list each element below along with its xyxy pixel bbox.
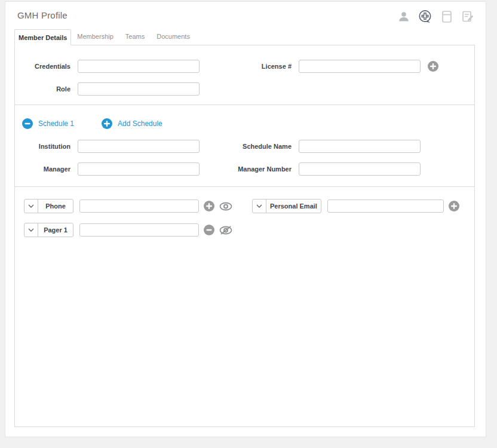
license-field-group: License # bbox=[200, 60, 438, 73]
add-email-button[interactable] bbox=[449, 201, 459, 211]
header-icon-bar bbox=[398, 9, 475, 24]
pager-input[interactable] bbox=[79, 223, 199, 237]
schedule-name-field-group: Schedule Name bbox=[200, 140, 421, 153]
institution-input[interactable] bbox=[78, 140, 200, 153]
license-input[interactable] bbox=[299, 60, 421, 73]
manager-field-group: Manager bbox=[15, 162, 200, 176]
chevron-down-icon[interactable] bbox=[24, 200, 38, 213]
plus-icon[interactable] bbox=[102, 118, 112, 129]
pager-type-dropdown[interactable]: Pager 1 bbox=[24, 223, 73, 237]
add-schedule-label: Add Schedule bbox=[118, 119, 162, 128]
tab-membership[interactable]: Membership bbox=[71, 29, 119, 45]
eye-icon[interactable] bbox=[219, 202, 232, 211]
schedule-name-input[interactable] bbox=[299, 140, 421, 153]
add-license-button[interactable] bbox=[428, 61, 438, 72]
schedule-header: Schedule 1 Add Schedule bbox=[15, 118, 474, 129]
phone-contact-group: Phone bbox=[24, 199, 252, 213]
tab-bar: Member Details Membership Teams Document… bbox=[14, 29, 475, 45]
tab-teams[interactable]: Teams bbox=[119, 29, 151, 45]
role-field-group: Role bbox=[15, 82, 200, 96]
minus-icon[interactable] bbox=[22, 118, 33, 129]
credentials-field-group: Credentials bbox=[15, 60, 200, 73]
phone-type-dropdown[interactable]: Phone bbox=[24, 199, 73, 213]
chat-plus-icon[interactable] bbox=[418, 9, 433, 24]
contacts-panel: Phone Personal Email bbox=[14, 186, 475, 427]
add-phone-button[interactable] bbox=[204, 201, 214, 211]
edit-note-icon[interactable] bbox=[461, 10, 475, 24]
member-details-panel: Credentials License # Role bbox=[14, 45, 475, 105]
personal-email-type-label[interactable]: Personal Email bbox=[266, 200, 321, 213]
role-label: Role bbox=[15, 85, 78, 93]
user-icon[interactable] bbox=[398, 11, 410, 23]
manager-number-input[interactable] bbox=[299, 162, 421, 176]
chevron-down-icon[interactable] bbox=[253, 200, 266, 213]
manager-label: Manager bbox=[15, 165, 78, 173]
notebook-icon[interactable] bbox=[441, 10, 453, 24]
institution-label: Institution bbox=[15, 143, 78, 150]
page-title: GMH Profile bbox=[17, 10, 68, 20]
manager-number-field-group: Manager Number bbox=[200, 162, 421, 176]
credentials-input[interactable] bbox=[78, 60, 200, 73]
add-schedule-button[interactable]: Add Schedule bbox=[102, 118, 162, 129]
remove-pager-button[interactable] bbox=[204, 225, 214, 235]
pager-type-label[interactable]: Pager 1 bbox=[38, 223, 73, 237]
phone-type-label[interactable]: Phone bbox=[38, 200, 73, 213]
schedule-name-label: Schedule Name bbox=[200, 143, 299, 150]
eye-off-icon[interactable] bbox=[219, 226, 232, 235]
pager-contact-group: Pager 1 bbox=[24, 223, 252, 237]
phone-input[interactable] bbox=[79, 200, 199, 213]
tab-member-details[interactable]: Member Details bbox=[14, 29, 71, 45]
personal-email-contact-group: Personal Email bbox=[252, 199, 459, 213]
chevron-down-icon[interactable] bbox=[24, 223, 38, 237]
license-label: License # bbox=[200, 63, 299, 70]
profile-card: GMH Profile bbox=[5, 1, 486, 437]
schedule-panel: Schedule 1 Add Schedule Institution Sche… bbox=[14, 105, 475, 187]
collapse-schedule-button[interactable]: Schedule 1 bbox=[22, 118, 74, 129]
institution-field-group: Institution bbox=[15, 140, 200, 153]
credentials-label: Credentials bbox=[15, 63, 78, 70]
manager-input[interactable] bbox=[78, 162, 200, 176]
personal-email-type-dropdown[interactable]: Personal Email bbox=[252, 199, 321, 213]
personal-email-input[interactable] bbox=[327, 200, 444, 213]
tab-documents[interactable]: Documents bbox=[151, 29, 196, 45]
manager-number-label: Manager Number bbox=[200, 165, 299, 173]
schedule-title: Schedule 1 bbox=[38, 119, 74, 128]
role-input[interactable] bbox=[78, 82, 200, 96]
card-header: GMH Profile bbox=[5, 2, 486, 29]
